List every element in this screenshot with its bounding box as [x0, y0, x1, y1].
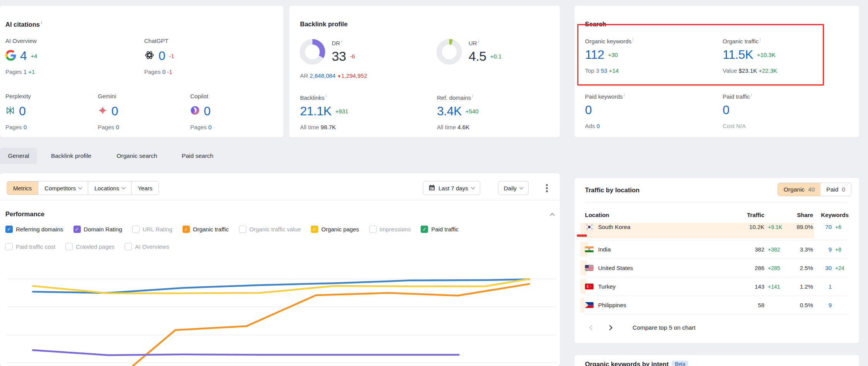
checkbox-ai-overviews[interactable]: AI Overviews — [124, 243, 169, 250]
checkbox-organic-traffic[interactable]: ✓Organic traffic — [182, 226, 229, 233]
checkbox-label: Domain Rating — [84, 226, 122, 233]
metrics-segment[interactable]: Metrics — [7, 181, 38, 195]
checkbox-label: Impressions — [380, 226, 411, 233]
tab-label: Paid search — [182, 152, 213, 159]
keywords-value[interactable]: 9 — [813, 302, 832, 308]
checkbox-icon: ✓ — [5, 226, 13, 233]
info-icon[interactable]: i — [472, 94, 473, 98]
checkbox-organic-pages[interactable]: ✓Organic pages — [311, 226, 359, 233]
pages-value[interactable]: 0 — [116, 124, 119, 130]
previous-page-icon[interactable] — [589, 325, 595, 330]
backlinks-label: Backlinks — [300, 94, 324, 101]
info-icon[interactable]: i — [760, 38, 761, 42]
locations-segment[interactable]: Locations — [88, 181, 131, 195]
checkbox-referring-domains[interactable]: ✓Referring domains — [5, 226, 63, 233]
perplexity-stat: Perplexity 0 Pages 0 — [5, 93, 31, 130]
table-row-turkey[interactable]: Turkey 143 +141 1.2% 1 — [585, 277, 849, 296]
info-icon[interactable]: i — [341, 39, 342, 44]
chevron-down-icon — [122, 185, 126, 189]
checkbox-impressions[interactable]: Impressions — [369, 226, 411, 233]
compare-top5-link[interactable]: Compare top 5 on chart — [633, 324, 696, 331]
keywords-value[interactable]: 1 — [813, 283, 832, 290]
alltime-value: 4.6K — [457, 124, 469, 130]
info-icon[interactable]: i — [41, 21, 42, 25]
checkbox-organic-traffic-value[interactable]: Organic traffic value — [239, 226, 301, 233]
checkbox-paid-traffic[interactable]: ✓Paid traffic — [421, 226, 459, 233]
pages-label: Pages — [5, 68, 22, 75]
competitors-segment[interactable]: Competitors — [38, 181, 88, 195]
traffic-delta: +382 — [764, 246, 786, 253]
alltime-label: All time — [437, 124, 456, 130]
tab-general[interactable]: General — [0, 148, 37, 164]
toggle-paid[interactable]: Paid0 — [820, 183, 851, 196]
granularity-button[interactable]: Daily — [498, 181, 529, 195]
info-icon[interactable]: i — [326, 94, 326, 98]
more-options-icon[interactable] — [546, 184, 548, 192]
pages-value[interactable]: 0 — [162, 68, 165, 75]
search-title: Search — [585, 21, 606, 28]
checkbox-paid-traffic-cost[interactable]: Paid traffic cost — [5, 243, 55, 250]
pages-value[interactable]: 0 — [24, 124, 27, 130]
segment-label: Competitors — [44, 185, 76, 192]
table-row-united-states[interactable]: United States 286 +285 2.5% 30 +24 — [585, 258, 849, 277]
stat-value[interactable]: 0 — [111, 104, 118, 118]
beta-badge: Beta — [672, 361, 688, 366]
organic-traffic-value[interactable]: 11.5K — [723, 48, 753, 62]
location-name[interactable]: India — [595, 246, 736, 253]
paid-keywords-value[interactable]: 0 — [585, 103, 592, 117]
checkbox-url-rating[interactable]: URL Rating — [132, 226, 172, 233]
checkbox-crawled-pages[interactable]: Crawled pages — [65, 243, 114, 250]
top3-value[interactable]: 53 — [601, 67, 607, 74]
header-location: Location — [585, 212, 736, 218]
ar-value[interactable]: 2,848,084 — [310, 72, 336, 79]
ar-label: AR — [300, 72, 308, 79]
pages-value[interactable]: 1 — [24, 68, 27, 75]
tab-paid-search[interactable]: Paid search — [176, 148, 219, 164]
tab-organic-search[interactable]: Organic search — [110, 148, 164, 164]
ref-domains-value[interactable]: 3.4K — [437, 104, 462, 118]
share-value: 2.5% — [786, 265, 813, 271]
collapse-chevron-icon[interactable] — [550, 213, 555, 218]
stat-value[interactable]: 0 — [204, 104, 210, 118]
stat-label: Copilot — [190, 93, 211, 99]
table-row-india[interactable]: India 382 +382 3.3% 9 +8 — [585, 240, 849, 258]
info-icon[interactable]: i — [633, 38, 633, 42]
keywords-value[interactable]: 9 — [813, 246, 832, 253]
metric-checkbox-row-1: ✓Referring domains ✓Domain Rating URL Ra… — [5, 226, 459, 233]
stat-value[interactable]: 0 — [19, 104, 26, 118]
date-range-button[interactable]: Last 7 days — [423, 181, 480, 195]
chevron-down-icon — [471, 185, 475, 189]
tab-backlink-profile[interactable]: Backlink profile — [42, 148, 100, 164]
backlinks-value[interactable]: 21.1K — [300, 104, 331, 118]
location-name[interactable]: United States — [595, 265, 736, 271]
chatgpt-icon — [144, 50, 155, 62]
table-row-south-korea[interactable]: South Korea 10.2K +9.1K 89.0% 70 +6 — [585, 221, 849, 240]
pages-value[interactable]: 0 — [208, 124, 211, 130]
stat-value[interactable]: 4 — [20, 49, 27, 63]
cost-label: Cost — [723, 123, 735, 129]
paid-traffic-value[interactable]: 0 — [723, 103, 729, 117]
info-icon[interactable]: i — [624, 93, 625, 97]
location-name[interactable]: Philippines — [595, 302, 736, 308]
toggle-organic[interactable]: Organic40 — [778, 183, 821, 196]
table-row-philippines[interactable]: Philippines 58 0.5% 9 — [585, 296, 849, 314]
next-page-icon[interactable] — [607, 325, 612, 330]
keywords-value[interactable]: 70 — [813, 224, 832, 230]
pages-label: Pages — [190, 124, 207, 130]
years-segment[interactable]: Years — [131, 181, 159, 195]
location-name[interactable]: Turkey — [595, 283, 736, 290]
segment-label: Metrics — [13, 185, 32, 192]
checkbox-label: AI Overviews — [135, 243, 169, 250]
traffic-delta: +285 — [764, 265, 786, 271]
backlinks-delta: +931 — [335, 108, 348, 115]
organic-keywords-value[interactable]: 112 — [585, 48, 604, 62]
location-name[interactable]: South Korea — [595, 224, 736, 230]
stat-value[interactable]: 0 — [159, 49, 165, 63]
ads-value[interactable]: 0 — [597, 123, 600, 129]
dr-stat: DRi 33-6 — [332, 39, 355, 64]
info-icon[interactable]: i — [751, 93, 752, 97]
checkbox-domain-rating[interactable]: ✓Domain Rating — [73, 226, 122, 233]
keywords-value[interactable]: 30 — [813, 265, 832, 271]
info-icon[interactable]: i — [478, 39, 479, 44]
performance-line-chart[interactable] — [0, 260, 560, 366]
